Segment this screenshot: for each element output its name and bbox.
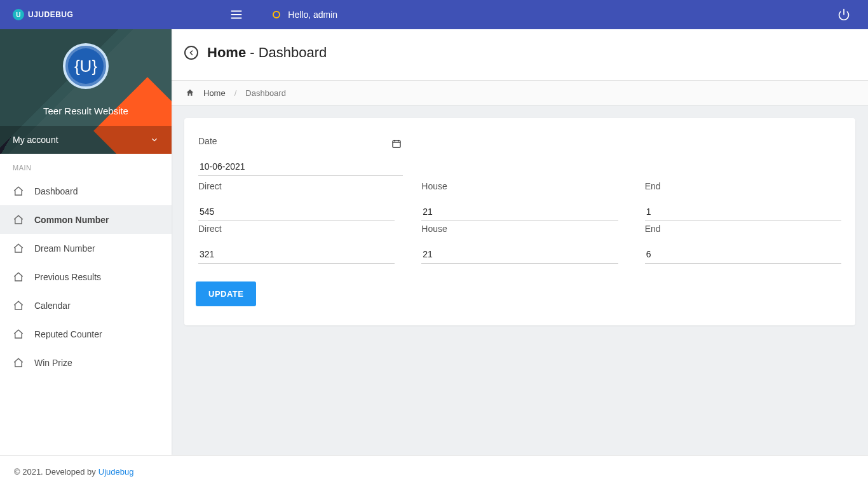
home-outline-icon	[13, 329, 24, 340]
house-label: House	[421, 181, 618, 191]
home-outline-icon	[13, 243, 24, 254]
menu-toggle-button[interactable]	[229, 8, 243, 22]
sidebar-item-win-prize[interactable]: Win Prize	[0, 348, 172, 377]
top-bar: U UJUDEBUG Hello, admin	[0, 0, 868, 29]
footer-link[interactable]: Ujudebug	[98, 467, 134, 477]
arrow-left-icon	[187, 49, 195, 57]
end-input-2[interactable]	[645, 245, 841, 264]
page-title: Home - Dashboard	[207, 44, 327, 61]
footer-text: © 2021. Developed by	[14, 467, 96, 477]
direct-input-2[interactable]	[198, 245, 395, 264]
sidebar-item-label: Previous Results	[34, 272, 101, 282]
update-button[interactable]: UPDATE	[196, 281, 256, 306]
footer: © 2021. Developed by Ujudebug	[0, 455, 868, 488]
home-icon	[186, 88, 194, 97]
sidebar-item-reputed-counter[interactable]: Reputed Counter	[0, 320, 172, 348]
sidebar-item-dashboard[interactable]: Dashboard	[0, 177, 172, 205]
house-input-2[interactable]	[421, 245, 618, 264]
status-indicator-icon	[273, 11, 280, 18]
home-outline-icon	[13, 186, 24, 197]
breadcrumb: Home / Dashboard	[172, 80, 868, 105]
page-header: Home - Dashboard	[172, 29, 868, 80]
greeting-text: Hello, admin	[288, 10, 337, 20]
direct-label: Direct	[198, 224, 395, 234]
direct-input-1[interactable]	[198, 203, 395, 221]
chevron-down-icon	[150, 135, 159, 144]
breadcrumb-current: Dashboard	[245, 88, 286, 98]
date-label: Date	[198, 136, 403, 146]
home-outline-icon	[13, 357, 24, 369]
sidebar-hero: {U} Teer Result Website My account	[0, 29, 172, 154]
content-area: Home - Dashboard Home / Dashboard Date D…	[172, 29, 868, 455]
form-row: Direct House End	[196, 224, 844, 264]
end-label: End	[645, 224, 841, 234]
sidebar-item-label: Common Number	[34, 215, 109, 225]
sidebar-item-label: Reputed Counter	[34, 329, 102, 339]
sidebar-item-dream-number[interactable]: Dream Number	[0, 234, 172, 262]
date-input[interactable]	[198, 158, 403, 176]
site-title: Teer Result Website	[0, 105, 172, 116]
brand: U UJUDEBUG	[13, 9, 73, 20]
home-outline-icon	[13, 214, 24, 226]
page-title-bold: Home	[207, 44, 246, 60]
brand-name: UJUDEBUG	[28, 10, 73, 19]
end-input-1[interactable]	[645, 203, 841, 221]
hamburger-icon	[229, 8, 243, 22]
form-row: Direct House End	[196, 181, 844, 221]
date-field-wrapper: Date	[196, 136, 405, 176]
my-account-toggle[interactable]: My account	[0, 126, 172, 154]
sidebar-item-label: Calendar	[34, 301, 71, 311]
form-card: Date Direct House End Direct	[184, 118, 855, 325]
sidebar: {U} Teer Result Website My account MAIN …	[0, 29, 172, 455]
sidebar-item-label: Win Prize	[34, 358, 72, 368]
page-title-rest: - Dashboard	[246, 44, 327, 60]
site-logo-icon: {U}	[63, 43, 109, 89]
house-label: House	[421, 224, 618, 234]
sidebar-item-label: Dream Number	[34, 243, 95, 254]
breadcrumb-home-link[interactable]: Home	[203, 88, 226, 98]
sidebar-item-common-number[interactable]: Common Number	[0, 205, 172, 234]
house-input-1[interactable]	[421, 203, 618, 221]
logout-button[interactable]	[837, 8, 850, 21]
nav-section-label: MAIN	[0, 154, 172, 177]
back-button[interactable]	[184, 46, 198, 60]
end-label: End	[645, 181, 841, 191]
sidebar-item-label: Dashboard	[34, 186, 78, 196]
home-outline-icon	[13, 271, 24, 283]
direct-label: Direct	[198, 181, 395, 191]
breadcrumb-separator: /	[234, 88, 237, 98]
sidebar-item-calendar[interactable]: Calendar	[0, 291, 172, 320]
brand-badge-icon: U	[13, 9, 24, 20]
home-outline-icon	[13, 300, 24, 311]
my-account-label: My account	[13, 135, 58, 145]
power-icon	[837, 8, 850, 21]
sidebar-item-previous-results[interactable]: Previous Results	[0, 262, 172, 291]
